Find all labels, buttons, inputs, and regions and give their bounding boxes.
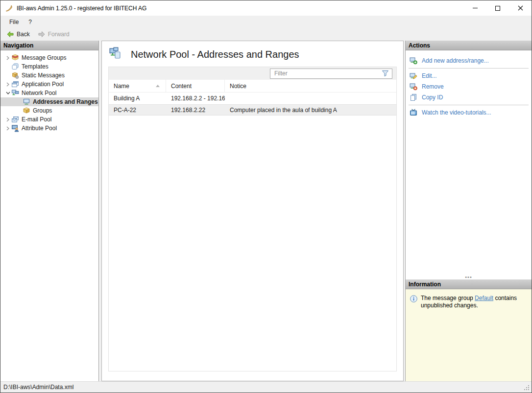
templates-icon [11, 63, 19, 70]
actions-separator [409, 68, 529, 69]
edit-icon [410, 72, 417, 80]
tree-label: Addresses and Ranges [33, 98, 98, 105]
main-panel: Network Pool - Addresses and Ranges Name [101, 41, 404, 381]
chevron-right-icon[interactable] [4, 56, 11, 60]
addresses-icon [23, 98, 30, 106]
title-bar: IBI-aws Admin 1.25.0 - registered for IB… [0, 0, 532, 16]
copy-id-icon [410, 93, 417, 101]
filter-field[interactable] [270, 69, 392, 79]
action-label: Add new address/range... [422, 57, 489, 64]
column-header-content[interactable]: Content [166, 80, 225, 92]
chevron-down-icon[interactable] [4, 91, 11, 95]
chevron-right-icon[interactable] [4, 117, 11, 122]
content-area: Navigation Message Groups Templates Stat… [0, 41, 532, 381]
video-tutorials-icon [410, 109, 417, 116]
status-file-path: D:\IBI-aws\Admin\Data.xml [3, 384, 73, 391]
filter-funnel-icon [382, 70, 389, 77]
cell-content: 192.168.2.2 - 192.16... [166, 95, 225, 102]
action-add-new-address-range[interactable]: Add new address/range... [406, 55, 532, 66]
cell-content: 192.168.2.22 [166, 107, 225, 114]
actions-separator [409, 105, 529, 105]
static-messages-icon [11, 71, 19, 79]
minimize-button[interactable] [464, 0, 486, 16]
information-panel: The message group Default contains unpub… [406, 289, 532, 381]
table-row-selected[interactable]: PC-A-22 192.168.2.22 Computer placed in … [109, 104, 396, 116]
action-watch-video-tutorials[interactable]: Watch the video-tutorials... [406, 107, 532, 118]
navigation-header: Navigation [0, 41, 98, 50]
network-pool-page-icon [109, 47, 123, 62]
menu-file[interactable]: File [4, 17, 24, 27]
actions-header: Actions [406, 41, 532, 50]
back-label: Back [17, 31, 30, 38]
network-pool-icon [11, 89, 19, 97]
tree-label: Static Messages [22, 72, 65, 79]
email-pool-icon [11, 116, 19, 123]
resize-grip-icon[interactable] [524, 385, 530, 391]
action-remove[interactable]: Remove [406, 81, 532, 92]
application-pool-icon [11, 80, 19, 88]
minimize-icon [473, 8, 478, 8]
maximize-button[interactable] [486, 0, 509, 16]
maximize-icon [495, 6, 500, 11]
tree-label: Application Pool [22, 81, 64, 88]
column-header-name[interactable]: Name [109, 80, 166, 92]
action-label: Watch the video-tutorials... [422, 109, 491, 116]
back-arrow-icon [6, 30, 14, 38]
information-header: Information [406, 279, 532, 289]
page-title-row: Network Pool - Addresses and Ranges [102, 41, 403, 67]
action-edit[interactable]: Edit... [406, 70, 532, 81]
forward-label: Forward [48, 31, 70, 38]
column-header-notice[interactable]: Notice [225, 80, 396, 92]
table-row[interactable]: Building A 192.168.2.2 - 192.16... [109, 92, 396, 104]
back-button[interactable]: Back [3, 29, 33, 39]
tree-item-templates[interactable]: Templates [0, 62, 98, 71]
action-label: Remove [422, 83, 444, 90]
app-icon [5, 4, 13, 12]
tree-item-application-pool[interactable]: Application Pool [0, 80, 98, 89]
close-icon [518, 5, 523, 11]
action-label: Copy ID [422, 94, 443, 101]
forward-arrow-icon [38, 30, 46, 38]
tree-label: E-mail Pool [22, 116, 51, 123]
menu-help[interactable]: ? [24, 17, 37, 27]
tree-item-groups[interactable]: Groups [0, 106, 98, 115]
remove-icon [410, 83, 417, 91]
forward-button[interactable]: Forward [34, 29, 73, 39]
actions-panel: Add new address/range... Edit... Remove … [406, 50, 532, 279]
column-label: Name [114, 83, 129, 90]
chevron-right-icon[interactable] [4, 126, 11, 131]
table-empty-area [109, 116, 396, 371]
info-icon [410, 295, 417, 302]
chevron-right-icon[interactable] [4, 82, 11, 87]
tree-label: Attribute Pool [22, 125, 57, 132]
cell-name: Building A [109, 95, 166, 102]
right-panel: Actions Add new address/range... Edit...… [405, 41, 532, 381]
menu-bar: File ? [0, 16, 532, 28]
tree-item-network-pool[interactable]: Network Pool [0, 89, 98, 97]
column-label: Content [171, 83, 192, 90]
tree-label: Message Groups [22, 54, 66, 61]
tree-label: Groups [33, 107, 52, 114]
nav-toolbar: Back Forward [0, 28, 532, 41]
status-bar: D:\IBI-aws\Admin\Data.xml [0, 381, 532, 393]
tree-item-email-pool[interactable]: E-mail Pool [0, 115, 98, 124]
tree-item-attribute-pool[interactable]: Attribute Pool [0, 124, 98, 133]
default-message-group-link[interactable]: Default [475, 295, 493, 301]
panel-splitter-grip[interactable]: ••• [406, 275, 532, 279]
information-message: The message group Default contains unpub… [421, 295, 528, 310]
column-label: Notice [230, 83, 246, 90]
page-title: Network Pool - Addresses and Ranges [131, 49, 299, 60]
add-address-icon [410, 57, 417, 65]
tree-item-addresses-and-ranges[interactable]: Addresses and Ranges [0, 97, 98, 106]
tree-item-static-messages[interactable]: Static Messages [0, 71, 98, 80]
tree-item-message-groups[interactable]: Message Groups [0, 53, 98, 62]
filter-input[interactable] [270, 70, 379, 77]
close-button[interactable] [509, 0, 532, 16]
window-title: IBI-aws Admin 1.25.0 - registered for IB… [17, 5, 146, 12]
app-window: IBI-aws Admin 1.25.0 - registered for IB… [0, 0, 532, 393]
action-copy-id[interactable]: Copy ID [406, 92, 532, 103]
cell-notice: Computer placed in the aula of building … [225, 107, 396, 114]
table-header: Name Content Notice [109, 80, 396, 92]
cell-name: PC-A-22 [109, 107, 166, 114]
info-text-before: The message group [421, 295, 475, 301]
